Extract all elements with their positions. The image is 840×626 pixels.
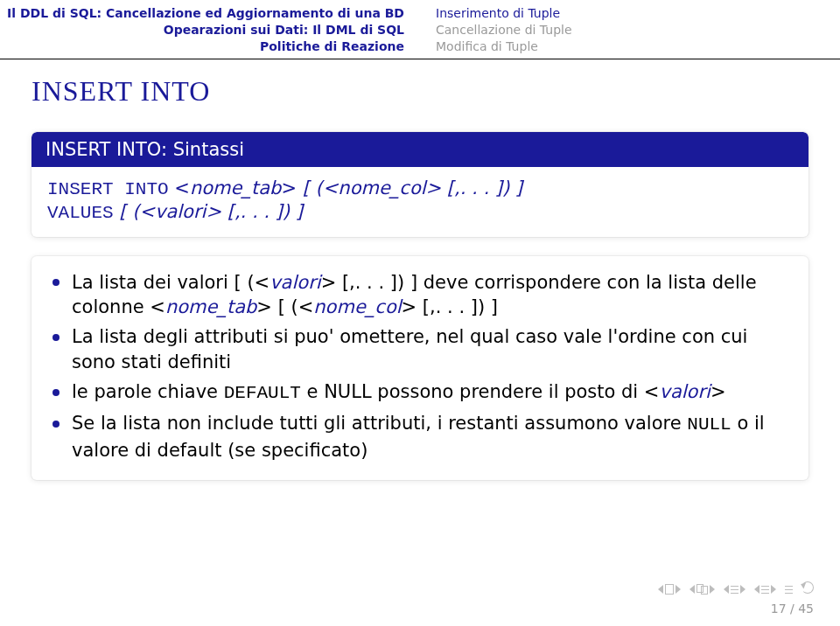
null-keyword: NULL [687, 414, 731, 435]
txt: > [,. . . ]) ] [206, 201, 302, 222]
valori: valori [270, 272, 320, 293]
triangle-left-icon [658, 585, 663, 594]
header-left-line-3[interactable]: Politiche di Reazione [0, 38, 404, 55]
header: Il DDL di SQL: Cancellazione ed Aggiorna… [0, 0, 840, 59]
syntax-line-1: INSERT INTO <nome_tab> [ (<nome_col> [,.… [47, 177, 793, 199]
default-keyword: DEFAULT [224, 383, 301, 403]
triangle-right-icon [771, 585, 776, 594]
triangle-left-icon [724, 585, 729, 594]
txt: La lista degli attributi si puo' ometter… [72, 326, 747, 372]
header-left-line-2[interactable]: Opearazioni sui Dati: Il DML di SQL [0, 22, 404, 38]
nome-tab: nome_tab [165, 296, 256, 317]
triangle-right-icon [740, 585, 746, 594]
list-item: La lista degli attributi si puo' ometter… [47, 324, 793, 374]
syntax-block-title: INSERT INTO: Sintassi [32, 132, 808, 167]
valori: valori [659, 381, 710, 402]
list-item: le parole chiave DEFAULT e NULL possono … [47, 379, 793, 406]
page-number: 17 / 45 [771, 602, 814, 616]
triangle-left-icon [690, 585, 695, 594]
page-title: INSERT INTO [32, 75, 840, 108]
reload-icon [802, 581, 814, 594]
header-right-line-1[interactable]: Inserimento di Tuple [436, 5, 840, 22]
header-right: Inserimento di Tuple Cancellazione di Tu… [420, 5, 840, 55]
triangle-right-icon [676, 585, 681, 594]
txt: La lista dei valori [ (< [72, 272, 270, 293]
lines-icon [761, 585, 769, 594]
values-keyword: VALUES [47, 203, 114, 223]
nav-back[interactable] [785, 585, 793, 594]
nav-first[interactable] [658, 584, 681, 595]
lines-icon [785, 585, 793, 594]
page-total: 45 [798, 602, 814, 616]
nome-col: nome_col [338, 177, 425, 198]
nav-frame[interactable] [754, 585, 776, 594]
header-right-line-2[interactable]: Cancellazione di Tuple [436, 22, 840, 38]
notes-block: La lista dei valori [ (<valori> [,. . . … [32, 256, 808, 480]
nav-slide[interactable] [724, 585, 746, 594]
list-item: La lista dei valori [ (<valori> [,. . . … [47, 270, 793, 320]
txt: < [169, 177, 190, 198]
txt: > [,. . . ]) ] [426, 177, 522, 198]
page-icon [665, 584, 674, 595]
notes-block-body: La lista dei valori [ (<valori> [,. . . … [32, 256, 808, 480]
header-left: Il DDL di SQL: Cancellazione ed Aggiorna… [0, 5, 420, 55]
syntax-block: INSERT INTO: Sintassi INSERT INTO <nome_… [32, 132, 808, 237]
lines-icon [731, 585, 738, 594]
txt: [ (< [114, 201, 155, 222]
txt: e NULL possono prendere il posto di < [301, 381, 660, 402]
txt: le parole chiave [72, 381, 224, 402]
page-current: 17 [771, 602, 787, 616]
nav-reload[interactable] [802, 581, 814, 596]
footer-nav [658, 581, 814, 596]
txt: [ (< [297, 177, 338, 198]
insert-keyword: INSERT INTO [47, 179, 169, 199]
header-left-line-1[interactable]: Il DDL di SQL: Cancellazione ed Aggiorna… [0, 5, 404, 22]
bullet-list: La lista dei valori [ (<valori> [,. . . … [47, 270, 793, 463]
header-right-line-3[interactable]: Modifica di Tuple [436, 38, 840, 55]
txt: > [ (< [256, 296, 313, 317]
valori: valori [155, 201, 206, 222]
txt: > [,. . . ]) ] [402, 296, 498, 317]
page-icon [701, 586, 708, 595]
triangle-right-icon [710, 585, 715, 594]
list-item: Se la lista non include tutti gli attrib… [47, 411, 793, 463]
syntax-line-2: VALUES [ (<valori> [,. . . ]) ] [47, 201, 793, 223]
nome-tab: nome_tab [190, 177, 281, 198]
txt: Se la lista non include tutti gli attrib… [72, 413, 687, 434]
txt: > [710, 381, 726, 402]
content: INSERT INTO: Sintassi INSERT INTO <nome_… [32, 132, 808, 480]
nome-col: nome_col [313, 296, 401, 317]
triangle-left-icon [754, 585, 760, 594]
syntax-block-body: INSERT INTO <nome_tab> [ (<nome_col> [,.… [32, 167, 808, 237]
txt: > [281, 177, 297, 198]
nav-section[interactable] [690, 584, 715, 595]
